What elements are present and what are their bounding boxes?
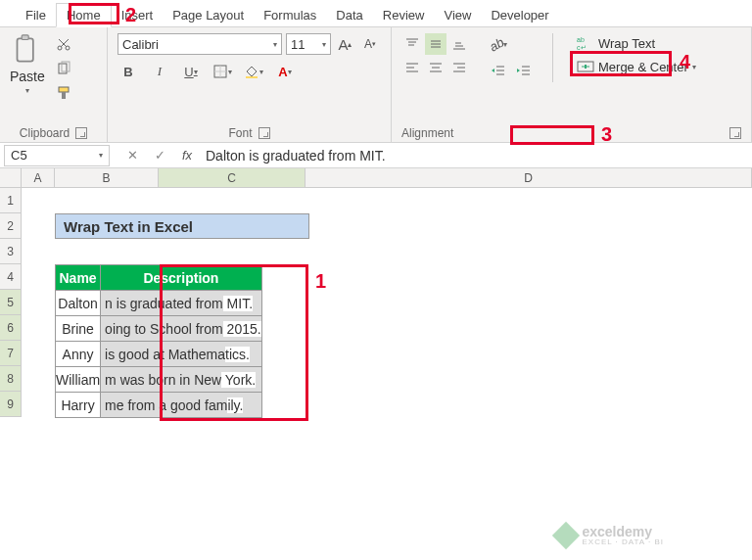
cell-name[interactable]: Anny [56,342,101,367]
tab-formulas[interactable]: Formulas [254,4,326,26]
bucket-icon [244,64,259,79]
row-header[interactable]: 3 [0,239,22,264]
cancel-formula-button[interactable]: ✕ [123,148,141,163]
chevron-down-icon: ▾ [322,40,326,49]
align-center-button[interactable] [425,57,446,78]
font-size-combo[interactable]: 11▾ [286,33,331,55]
tab-review[interactable]: Review [373,4,435,26]
title-cell[interactable]: Wrap Text in Excel [55,213,309,239]
cell-desc[interactable]: oing to School from 2015. [101,316,262,342]
tab-file[interactable]: File [16,4,56,26]
align-top-icon [404,36,420,52]
copy-button[interactable] [53,58,74,79]
annotation-number-2: 2 [125,4,136,26]
svg-rect-6 [59,87,69,92]
align-top-button[interactable] [401,33,423,55]
row-header[interactable]: 9 [0,392,22,417]
data-table: Name Description Daltonn is graduated fr… [55,264,262,418]
format-painter-button[interactable] [53,82,74,104]
tab-view[interactable]: View [434,4,481,26]
worksheet: A B C D 1 2 3 4 5 6 7 8 9 Wrap Text in E… [0,168,752,417]
header-name[interactable]: Name [56,265,101,291]
font-color-button[interactable]: A▾ [274,61,296,82]
chevron-down-icon: ▾ [194,68,198,76]
enter-formula-button[interactable]: ✓ [151,148,168,163]
col-header-b[interactable]: B [55,168,159,187]
align-middle-button[interactable] [425,33,446,55]
cell-desc[interactable]: n is graduated from MIT. [101,291,262,316]
orientation-button[interactable]: ab▾ [488,33,509,55]
font-name-combo[interactable]: Calibri▾ [118,33,282,55]
align-middle-icon [428,36,444,52]
tab-developer[interactable]: Developer [481,4,558,26]
group-font: Calibri▾ 11▾ A▴ A▾ B I U ▾ ▾ ▾ A▾ Font [108,27,392,142]
chevron-down-icon: ▾ [273,40,277,49]
cut-button[interactable] [53,33,74,55]
cell-name[interactable]: William [56,367,101,393]
align-center-icon [428,60,444,75]
row-headers: 1 2 3 4 5 6 7 8 9 [0,188,22,417]
decrease-indent-button[interactable] [488,61,509,82]
tab-data[interactable]: Data [326,4,372,26]
align-right-button[interactable] [448,57,470,78]
align-bottom-button[interactable] [448,33,470,55]
cell-desc[interactable]: is good at Mathematics. [101,342,262,367]
name-box[interactable]: C5▾ [4,145,110,166]
tab-page-layout[interactable]: Page Layout [163,4,254,26]
tab-insert[interactable]: Insert [112,4,164,26]
cell-name[interactable]: Harry [56,393,101,418]
align-right-icon [451,60,467,75]
indent-icon [516,64,532,79]
clipboard-dialog-launcher[interactable] [75,127,87,139]
row-header[interactable]: 5 [0,290,22,315]
alignment-group-label: Alignment [401,126,453,140]
alignment-dialog-launcher[interactable] [729,127,741,139]
fx-button[interactable]: fx [178,148,196,163]
row-header[interactable]: 6 [0,315,22,341]
font-dialog-launcher[interactable] [258,127,270,139]
cell-desc[interactable]: me from a good family. [101,393,262,418]
paste-button[interactable]: Paste ▾ [10,33,45,95]
borders-button[interactable]: ▾ [212,61,233,82]
cell-desc[interactable]: m was born in New York. [101,367,262,393]
underline-button[interactable]: U ▾ [180,61,202,82]
row-header[interactable]: 8 [0,366,22,392]
svg-rect-38 [578,62,593,71]
col-header-d[interactable]: D [306,168,752,187]
bold-button[interactable]: B [118,61,139,82]
paintbrush-icon [56,85,71,101]
wrap-text-button[interactable]: abc↵ Wrap Text [571,33,702,53]
svg-rect-0 [17,38,32,61]
borders-icon [212,64,228,79]
align-left-icon [404,60,420,75]
row-header[interactable]: 7 [0,341,22,366]
row-header[interactable]: 2 [0,213,22,239]
merge-center-label: Merge & Center [598,60,688,74]
formula-input[interactable]: Dalton is graduated from MIT. [206,148,386,163]
formula-bar: C5▾ ✕ ✓ fx Dalton is graduated from MIT. [0,143,752,168]
col-header-a[interactable]: A [22,168,55,187]
row-header[interactable]: 1 [0,188,22,213]
tab-home[interactable]: Home [56,3,112,27]
wrap-text-label: Wrap Text [598,36,655,51]
fill-color-button[interactable]: ▾ [243,61,264,82]
cell-name[interactable]: Brine [56,316,101,342]
outdent-icon [491,64,506,79]
row-header[interactable]: 4 [0,264,22,290]
align-left-button[interactable] [401,57,423,78]
increase-indent-button[interactable] [513,61,535,82]
annotation-number-1: 1 [315,270,326,293]
menu-bar: File Home Insert Page Layout Formulas Da… [0,0,752,27]
paste-dropdown-icon[interactable]: ▾ [25,86,29,95]
clipboard-icon [14,33,41,67]
paste-label: Paste [10,69,45,84]
svg-rect-7 [62,92,66,99]
cells-area[interactable]: Wrap Text in Excel Name Description Dalt… [22,188,752,417]
select-all-corner[interactable] [0,168,22,187]
col-header-c[interactable]: C [159,168,306,187]
header-description[interactable]: Description [101,265,262,291]
cell-name[interactable]: Dalton [56,291,101,316]
italic-button[interactable]: I [149,61,170,82]
decrease-font-button[interactable]: A▾ [359,33,381,55]
increase-font-button[interactable]: A▴ [335,33,356,55]
